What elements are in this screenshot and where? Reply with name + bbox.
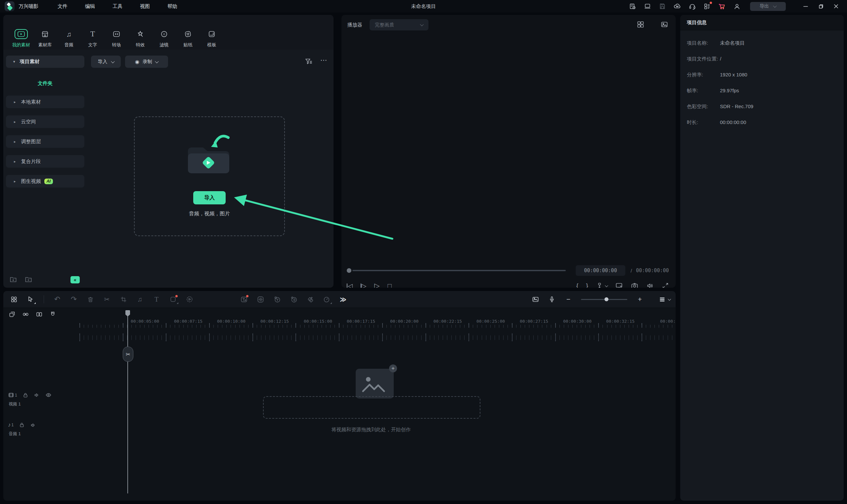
marker-dropdown[interactable] xyxy=(596,282,608,288)
record-dropdown-button[interactable]: ◉ 录制 xyxy=(125,56,168,68)
menu-tools[interactable]: 工具 xyxy=(112,3,122,10)
split-view-icon[interactable] xyxy=(35,310,43,318)
sidebar-item-local-media[interactable]: ▸ 本地素材 xyxy=(6,95,84,108)
collapse-sidebar-button[interactable]: « xyxy=(70,276,80,284)
playhead-handle[interactable] xyxy=(125,310,130,314)
mark-out-icon[interactable]: } xyxy=(586,282,588,288)
filter-icon[interactable] xyxy=(304,57,313,66)
mask-icon[interactable] xyxy=(169,295,177,303)
workspace-layout-icon[interactable] xyxy=(643,2,652,11)
hide-track-icon[interactable] xyxy=(45,392,52,398)
import-button[interactable]: 导入 xyxy=(193,191,226,204)
multi-view-grid-icon[interactable] xyxy=(637,20,645,29)
smart-cut-icon[interactable] xyxy=(186,295,194,303)
minimize-button[interactable] xyxy=(798,0,813,13)
add-media-plus-icon[interactable]: + xyxy=(389,364,397,372)
playback-quality-dropdown[interactable]: 完整画质 xyxy=(370,19,428,31)
video-track-label[interactable]: 视频 1 xyxy=(8,401,21,407)
audio-clip-icon[interactable]: ♫ xyxy=(136,295,144,303)
voiceover-mic-icon[interactable] xyxy=(548,295,556,303)
tab-my-media[interactable]: 我的素材 xyxy=(9,15,33,50)
delete-folder-icon[interactable] xyxy=(24,275,32,284)
previous-frame-icon[interactable]: ◁ xyxy=(347,282,353,288)
import-dropzone[interactable]: 导入 音频，视频，图片 xyxy=(134,116,285,236)
tab-stickers[interactable]: 贴纸 xyxy=(176,15,200,50)
mute-track-icon[interactable] xyxy=(34,392,40,398)
text-tool-icon[interactable]: T xyxy=(153,295,160,303)
menu-view[interactable]: 视图 xyxy=(140,3,150,10)
audio-track-label[interactable]: 音频 1 xyxy=(8,431,21,437)
next-frame-icon[interactable]: ▷ xyxy=(360,282,367,288)
fullscreen-icon[interactable] xyxy=(662,282,669,288)
tab-filters[interactable]: 滤镜 xyxy=(152,15,176,50)
text-to-speech-icon[interactable] xyxy=(240,295,248,303)
delete-icon[interactable] xyxy=(86,295,94,303)
redo-icon[interactable]: ↷ xyxy=(70,295,78,303)
zoom-in-icon[interactable]: + xyxy=(636,295,644,303)
scopes-view-icon[interactable] xyxy=(660,20,668,29)
sidebar-item-folder[interactable]: 文件夹 xyxy=(6,80,84,87)
close-button[interactable] xyxy=(828,0,844,13)
new-folder-icon[interactable] xyxy=(9,275,17,284)
store-cart-icon[interactable] xyxy=(718,2,726,11)
snapshot-camera-icon[interactable] xyxy=(631,282,638,288)
split-scissors-icon[interactable]: ✂ xyxy=(103,295,111,303)
playhead-scissors-handle[interactable]: ✂ xyxy=(123,346,133,362)
timeline-zoom-slider[interactable] xyxy=(581,299,627,300)
play-icon[interactable]: ▷ xyxy=(374,282,380,288)
save-icon[interactable] xyxy=(658,2,667,11)
zoom-slider-thumb[interactable] xyxy=(604,297,608,301)
stop-icon[interactable]: □ xyxy=(387,282,391,288)
recent-projects-icon[interactable] xyxy=(628,2,637,11)
tab-transitions[interactable]: 转场 xyxy=(105,15,128,50)
track-height-dropdown[interactable] xyxy=(659,296,671,303)
audio-to-text-icon[interactable] xyxy=(289,295,297,303)
more-options-icon[interactable]: ⋯ xyxy=(320,56,328,64)
import-dropdown-button[interactable]: 导入 xyxy=(91,56,121,68)
sidebar-item-cloud-space[interactable]: ▸ 云空间 xyxy=(6,115,84,128)
lock-track-icon[interactable] xyxy=(22,392,29,398)
snap-magnet-icon[interactable] xyxy=(49,310,57,318)
current-timecode[interactable]: 00:00:00:00 xyxy=(576,265,625,276)
restore-button[interactable] xyxy=(813,0,828,13)
select-tool-icon[interactable] xyxy=(27,295,34,303)
sidebar-item-project-materials[interactable]: ▾ 项目素材 xyxy=(6,56,84,68)
mirror-display-icon[interactable] xyxy=(615,282,623,288)
speed-icon[interactable] xyxy=(322,295,331,303)
menu-file[interactable]: 文件 xyxy=(57,3,68,10)
undo-icon[interactable]: ↶ xyxy=(53,295,61,303)
mute-track-icon[interactable] xyxy=(30,422,36,428)
tab-text[interactable]: T 文字 xyxy=(81,15,105,50)
menu-edit[interactable]: 编辑 xyxy=(85,3,95,10)
lock-track-icon[interactable] xyxy=(19,422,25,428)
cloud-sync-icon[interactable] xyxy=(673,2,682,11)
volume-icon[interactable] xyxy=(646,282,654,288)
tab-effects[interactable]: 特效 xyxy=(128,15,152,50)
audio-waveform-icon[interactable] xyxy=(257,295,264,303)
color-scope-icon[interactable] xyxy=(531,295,539,303)
support-headset-icon[interactable] xyxy=(688,2,696,11)
keyframe-icon[interactable] xyxy=(306,295,314,303)
more-tools-icon[interactable]: ≫ xyxy=(339,295,347,303)
ruler-minor-ticks[interactable] xyxy=(80,325,676,328)
playhead-line[interactable] xyxy=(127,311,128,493)
export-button[interactable]: 导出 xyxy=(750,2,786,11)
timeline-dropzone[interactable] xyxy=(263,396,480,419)
link-clips-icon[interactable] xyxy=(21,310,30,318)
sidebar-item-compound-clip[interactable]: ▸ 复合片段 xyxy=(6,155,84,168)
account-icon[interactable] xyxy=(733,2,741,11)
speech-to-text-icon[interactable] xyxy=(273,295,281,303)
apps-menu-icon[interactable] xyxy=(703,2,711,11)
workspace-grid-icon[interactable] xyxy=(10,295,18,303)
sidebar-item-image-to-video[interactable]: ▸ 图生视频 AI xyxy=(6,175,84,187)
tab-stock-media[interactable]: 素材库 xyxy=(33,15,57,50)
tab-templates[interactable]: 模板 xyxy=(200,15,224,50)
progress-track[interactable] xyxy=(352,270,566,271)
mark-in-icon[interactable]: { xyxy=(576,282,578,288)
crop-icon[interactable] xyxy=(120,295,127,303)
menu-help[interactable]: 帮助 xyxy=(167,3,177,10)
sidebar-item-adjustment-layer[interactable]: ▸ 调整图层 xyxy=(6,135,84,148)
zoom-out-icon[interactable]: − xyxy=(564,295,572,303)
nest-sequence-icon[interactable] xyxy=(8,310,16,318)
progress-handle[interactable] xyxy=(347,268,351,273)
